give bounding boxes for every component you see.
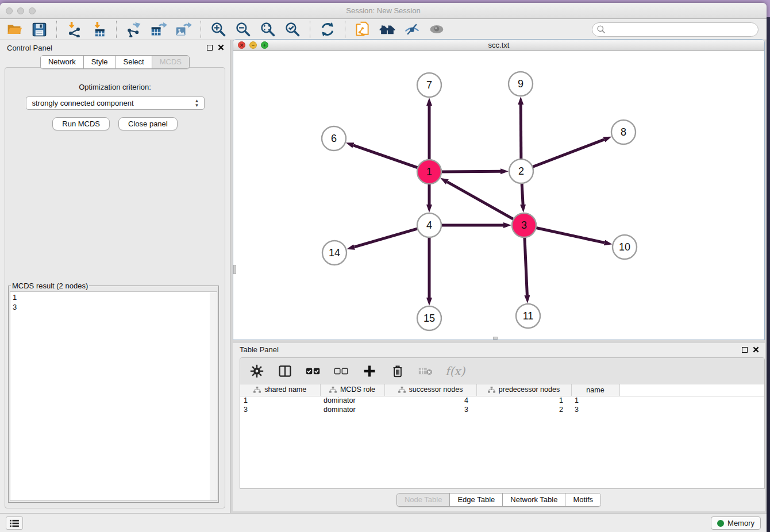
graph-node-label-15: 15 [424,313,435,324]
status-bar: Memory [0,513,767,532]
run-mcds-button[interactable]: Run MCDS [52,117,110,130]
graph-edge-2-8[interactable] [532,140,605,167]
network-canvas[interactable]: 7968124314101511 [233,51,764,340]
column-header-shared-name[interactable]: shared name [240,384,320,396]
graph-node-label-11: 11 [523,310,534,322]
toolbar-separator [345,21,345,38]
cell-mcds_role[interactable]: dominator [320,396,384,405]
splitter-handle[interactable] [233,265,236,274]
graph-edge-2-9[interactable] [521,105,521,160]
show-all-networks-icon[interactable] [379,21,396,38]
control-panel: Control Panel Network Style Select MCDS … [0,40,230,513]
graph-node-label-10: 10 [619,241,630,253]
graph-node-label-14: 14 [329,247,340,259]
cell-predecessor_nodes[interactable]: 2 [476,405,571,414]
graph-node-label-2: 2 [518,165,524,177]
column-header-predecessor-nodes[interactable]: predecessor nodes [476,384,571,396]
graph-edge-3-1[interactable] [447,182,514,220]
tab-mcds[interactable]: MCDS [152,56,189,68]
settings-gear-icon[interactable] [248,363,265,380]
tab-node-table[interactable]: Node Table [397,494,451,506]
refresh-icon[interactable] [319,21,336,38]
cell-mcds_role[interactable]: dominator [320,405,384,414]
zoom-selected-icon[interactable] [284,21,301,38]
graph-edge-1-6[interactable] [353,145,419,168]
open-folder-icon[interactable] [6,21,23,38]
mcds-result-lines: 1 3 [13,293,17,311]
export-image-icon[interactable] [175,21,192,38]
cell-filler [619,405,764,414]
tab-style[interactable]: Style [84,56,116,68]
cell-name[interactable]: 1 [571,396,619,405]
graph-edge-3-11[interactable] [525,236,528,295]
table-row[interactable]: 1dominator411 [240,396,764,405]
memory-label: Memory [727,519,754,527]
cell-predecessor_nodes[interactable]: 1 [476,396,571,405]
import-table-icon[interactable] [90,21,107,38]
graph-edge-2-3[interactable] [522,182,523,205]
select-all-checkboxes-icon[interactable] [305,363,322,380]
main-toolbar [0,19,767,40]
control-panel-header: Control Panel [0,40,230,55]
export-network-icon[interactable] [125,21,143,38]
window-title: Session: New Session [0,6,767,15]
graph-edge-3-10[interactable] [535,228,605,242]
show-graphics-icon[interactable] [428,21,445,38]
attribute-icon [488,387,495,393]
tab-motifs[interactable]: Motifs [565,494,600,506]
delete-column-icon[interactable] [389,363,406,380]
cell-name[interactable]: 3 [571,405,619,414]
graph-node-label-4: 4 [426,219,432,231]
column-header-name[interactable]: name [571,384,619,396]
app-window: Session: New Session [0,3,767,532]
delete-table-icon[interactable] [417,363,434,380]
graph-node-label-6: 6 [331,133,337,144]
tab-network-table[interactable]: Network Table [503,494,565,506]
import-network-icon[interactable] [66,21,83,38]
task-history-button[interactable] [6,516,23,530]
hide-graphics-icon[interactable] [403,21,421,38]
node-table: shared name MCDS role successor nodes pr… [240,384,764,414]
zoom-in-icon[interactable] [210,21,227,38]
mcds-result-textarea[interactable]: 1 3 [10,291,217,501]
deselect-all-checkboxes-icon[interactable] [333,363,350,380]
control-panel-title: Control Panel [7,44,52,52]
tab-edge-table[interactable]: Edge Table [450,494,503,506]
column-header-successor-nodes[interactable]: successor nodes [384,384,476,396]
graph-node-label-7: 7 [426,79,432,91]
close-panel-button[interactable]: Close panel [118,117,178,130]
table-panel: Table Panel [233,343,765,511]
table-toolbar: f(x) [240,358,764,384]
tab-select[interactable]: Select [116,56,152,68]
cell-successor_nodes[interactable]: 3 [384,405,476,414]
open-network-file-icon[interactable] [354,21,371,38]
cell-successor_nodes[interactable]: 4 [384,396,476,405]
graph-edge-1-2[interactable] [440,171,500,172]
tab-network[interactable]: Network [41,56,84,68]
horizontal-scroll-handle[interactable] [493,337,498,340]
memory-button[interactable]: Memory [711,516,761,530]
toolbar-separator [310,21,310,38]
split-columns-icon[interactable] [276,363,294,380]
cell-shared_name[interactable]: 1 [240,396,320,405]
save-icon[interactable] [30,21,48,38]
toolbar-separator [116,21,117,38]
float-table-panel-icon[interactable] [742,347,748,353]
search-input[interactable] [592,22,759,37]
close-panel-icon[interactable] [218,44,224,51]
cell-shared_name[interactable]: 3 [240,405,320,414]
optimization-criterion-select[interactable]: strongly connected component ▲▼ [26,97,205,110]
export-table-icon[interactable] [150,21,167,38]
add-column-icon[interactable] [361,363,378,380]
zoom-out-icon[interactable] [234,21,252,38]
apply-function-icon[interactable]: f(x) [445,364,465,378]
table-row[interactable]: 3dominator323 [240,405,764,414]
result-scrollbar[interactable] [210,292,216,500]
cell-filler [619,396,764,405]
graph-edge-4-14[interactable] [355,228,419,247]
zoom-fit-icon[interactable] [259,21,276,38]
close-table-panel-icon[interactable] [753,346,759,353]
float-panel-icon[interactable] [207,45,213,51]
column-header-mcds-role[interactable]: MCDS role [320,384,384,396]
attribute-icon [329,387,337,393]
